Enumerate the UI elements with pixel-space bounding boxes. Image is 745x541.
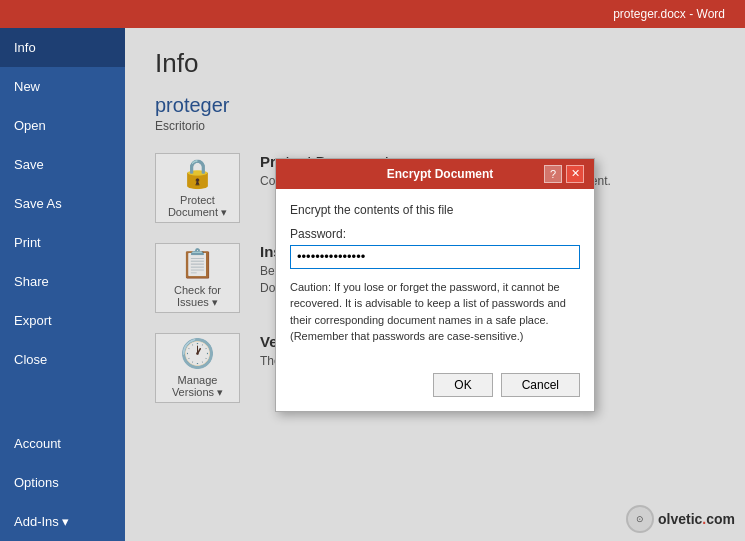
password-label: Password: [290,227,580,241]
dialog-overlay: Encrypt Document ? ✕ Encrypt the content… [125,28,745,541]
password-input[interactable] [290,245,580,269]
app-container: Info New Open Save Save As Print Share E… [0,28,745,541]
sidebar: Info New Open Save Save As Print Share E… [0,28,125,541]
sidebar-item-account[interactable]: Account [0,424,125,463]
sidebar-spacer [0,379,125,424]
sidebar-item-export[interactable]: Export [0,301,125,340]
dialog-title: Encrypt Document [336,167,544,181]
dialog-titlebar-buttons: ? ✕ [544,165,584,183]
sidebar-bottom: Account Options Add-Ins ▾ [0,424,125,541]
sidebar-item-options[interactable]: Options [0,463,125,502]
sidebar-item-save-as[interactable]: Save As [0,184,125,223]
sidebar-item-print[interactable]: Print [0,223,125,262]
sidebar-item-share[interactable]: Share [0,262,125,301]
title-bar: proteger.docx - Word [0,0,745,28]
sidebar-item-close[interactable]: Close [0,340,125,379]
sidebar-item-addins[interactable]: Add-Ins ▾ [0,502,125,541]
dialog-body: Encrypt the contents of this file Passwo… [276,189,594,373]
sidebar-item-info[interactable]: Info [0,28,125,67]
ok-button[interactable]: OK [433,373,492,397]
dialog-action-buttons: OK Cancel [276,373,594,411]
dialog-close-button[interactable]: ✕ [566,165,584,183]
sidebar-item-new[interactable]: New [0,67,125,106]
encrypt-title: Encrypt the contents of this file [290,203,580,217]
cancel-button[interactable]: Cancel [501,373,580,397]
dialog-titlebar: Encrypt Document ? ✕ [276,159,594,189]
sidebar-item-open[interactable]: Open [0,106,125,145]
dialog-help-button[interactable]: ? [544,165,562,183]
title-bar-text: proteger.docx - Word [0,7,735,21]
caution-text: Caution: If you lose or forget the passw… [290,279,580,345]
sidebar-item-save[interactable]: Save [0,145,125,184]
content-area: Info proteger Escritorio 🔒 ProtectDocume… [125,28,745,541]
encrypt-dialog: Encrypt Document ? ✕ Encrypt the content… [275,158,595,412]
